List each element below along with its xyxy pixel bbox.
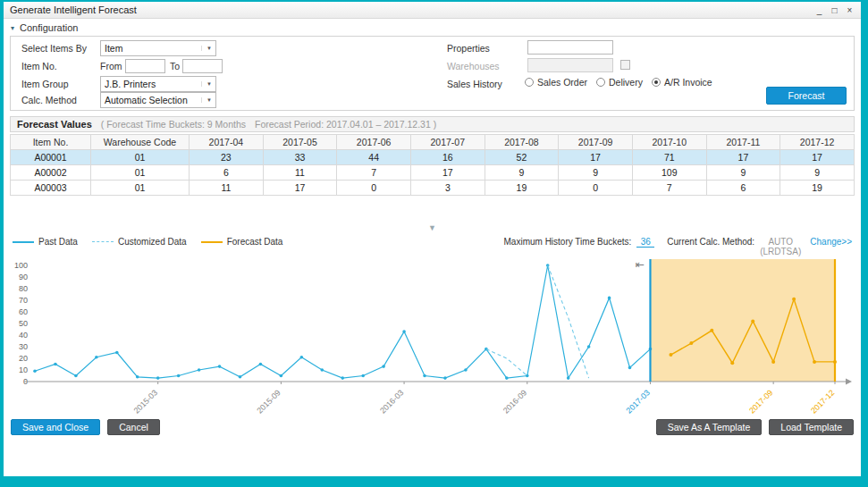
select-items-by-value: Item [105, 43, 122, 54]
column-header[interactable]: 2017-07 [410, 135, 485, 150]
select-items-by-dropdown[interactable]: Item ▼ [100, 40, 216, 56]
table-cell[interactable]: 33 [263, 150, 337, 165]
properties-input[interactable] [527, 40, 613, 55]
column-header[interactable]: 2017-04 [190, 135, 264, 150]
configuration-section-header[interactable]: ▾ Configuration [4, 19, 861, 35]
svg-text:2016-09: 2016-09 [501, 388, 528, 415]
column-header[interactable]: 2017-10 [632, 135, 706, 150]
region-drag-handle-icon[interactable]: ⇤ [635, 258, 644, 271]
warehouses-checkbox[interactable] [620, 60, 630, 70]
item-group-dropdown[interactable]: J.B. Printers ▼ [100, 76, 216, 92]
svg-text:10: 10 [19, 365, 28, 374]
screen: { "window": { "title": "Generate Intelli… [0, 0, 868, 487]
minimize-button[interactable]: _ [812, 5, 827, 15]
splitter-collapse-icon[interactable]: ▼ [4, 223, 861, 233]
table-cell[interactable]: 17 [559, 150, 633, 165]
table-cell[interactable]: 17 [706, 150, 780, 165]
table-cell[interactable]: 9 [780, 165, 855, 181]
chart-controls: Maximum History Time Buckets: 36 Current… [504, 237, 852, 256]
forecast-values-header: Forecast Values ( Forecast Time Buckets:… [10, 116, 855, 132]
table-cell[interactable]: 7 [632, 181, 706, 196]
radio-a-r-invoice[interactable]: A/R Invoice [652, 77, 712, 88]
table-cell[interactable]: 3 [410, 181, 485, 196]
change-method-link[interactable]: Change>> [810, 237, 852, 247]
collapse-arrow-icon: ▾ [11, 24, 14, 32]
table-cell[interactable]: 11 [263, 165, 337, 181]
table-cell[interactable]: 01 [91, 181, 190, 196]
load-template-button[interactable]: Load Template [769, 419, 854, 435]
table-cell[interactable]: 9 [485, 165, 559, 181]
column-header[interactable]: 2017-06 [337, 135, 411, 150]
item-no-to-input[interactable] [182, 59, 223, 73]
cancel-button[interactable]: Cancel [107, 419, 160, 435]
forecast-dialog: Generate Intelligent Forecast _ □ × ▾ Co… [4, 2, 861, 476]
item-group-value: J.B. Printers [105, 79, 156, 89]
radio-sales-order[interactable]: Sales Order [525, 77, 587, 88]
item-no-label: Item No. [21, 61, 57, 71]
column-header[interactable]: 2017-12 [780, 135, 855, 150]
properties-label: Properties [447, 43, 490, 54]
column-header[interactable]: 2017-09 [559, 135, 633, 150]
table-cell[interactable]: 71 [632, 150, 706, 165]
table-cell[interactable]: 0 [559, 181, 633, 196]
svg-text:2015-09: 2015-09 [255, 388, 282, 415]
save-as-template-button[interactable]: Save As A Template [656, 419, 763, 435]
table-cell[interactable]: 6 [190, 165, 264, 181]
svg-text:40: 40 [19, 331, 28, 340]
table-cell[interactable]: 9 [559, 165, 633, 181]
restore-button[interactable]: □ [827, 5, 842, 15]
table-cell[interactable]: 7 [337, 165, 411, 181]
customized-data-line-icon [92, 241, 114, 242]
column-header[interactable]: Item No. [11, 135, 91, 150]
forecast-button[interactable]: Forecast [766, 87, 847, 105]
item-group-label: Item Group [21, 79, 69, 89]
table-cell[interactable]: A00001 [11, 150, 91, 165]
svg-text:2016-03: 2016-03 [378, 388, 405, 415]
svg-text:60: 60 [19, 307, 28, 316]
past-data-line-icon [13, 241, 34, 243]
table-row[interactable]: A0000101233344165217711717 [11, 150, 855, 165]
table-cell[interactable]: 16 [410, 150, 485, 165]
table-cell[interactable]: 17 [410, 165, 485, 181]
max-buckets-value[interactable]: 36 [636, 237, 654, 248]
radio-delivery[interactable]: Delivery [596, 77, 643, 88]
table-cell[interactable]: 9 [706, 165, 780, 181]
current-calc-method-label: Current Calc. Method: [667, 237, 754, 247]
table-row[interactable]: A00002016117179910999 [11, 165, 855, 181]
close-button[interactable]: × [842, 5, 857, 15]
warehouses-label: Warehouses [447, 61, 500, 71]
table-cell[interactable]: 17 [780, 150, 855, 165]
column-header[interactable]: 2017-08 [485, 135, 559, 150]
forecast-data-line-icon [201, 241, 223, 243]
table-cell[interactable]: A00002 [11, 165, 91, 181]
table-cell[interactable]: 11 [190, 181, 264, 196]
table-header-row: Item No.Warehouse Code2017-042017-052017… [11, 135, 855, 150]
forecast-buckets-subtitle: ( Forecast Time Buckets: 9 Months [101, 119, 246, 130]
svg-text:2015-03: 2015-03 [132, 388, 159, 415]
table-cell[interactable]: 01 [91, 150, 190, 165]
item-no-to-label: To [170, 61, 180, 71]
table-cell[interactable]: 44 [337, 150, 411, 165]
forecast-chart-svg[interactable]: 01020304050607080901002015-032015-092016… [8, 256, 856, 416]
column-header[interactable]: Warehouse Code [91, 135, 190, 150]
column-header[interactable]: 2017-05 [263, 135, 337, 150]
table-cell[interactable]: 109 [632, 165, 706, 181]
table-cell[interactable]: 19 [485, 181, 559, 196]
calc-method-dropdown[interactable]: Automatic Selection ▼ [100, 92, 216, 108]
item-no-from-input[interactable] [125, 59, 165, 73]
table-cell[interactable]: 52 [485, 150, 559, 165]
table-cell[interactable]: A00003 [11, 181, 91, 196]
save-and-close-button[interactable]: Save and Close [11, 419, 100, 435]
svg-text:2017-03: 2017-03 [624, 388, 651, 415]
table-cell[interactable]: 0 [337, 181, 411, 196]
table-row[interactable]: A00003011117031907619 [11, 181, 855, 196]
table-cell[interactable]: 19 [780, 181, 855, 196]
table-cell[interactable]: 01 [91, 165, 190, 181]
chevron-down-icon: ▼ [201, 46, 212, 51]
sales-history-label: Sales History [447, 79, 502, 89]
table-cell[interactable]: 6 [706, 181, 780, 196]
legend-item-forecast: Forecast Data [201, 237, 283, 247]
column-header[interactable]: 2017-11 [706, 135, 780, 150]
table-cell[interactable]: 17 [263, 181, 337, 196]
table-cell[interactable]: 23 [190, 150, 264, 165]
